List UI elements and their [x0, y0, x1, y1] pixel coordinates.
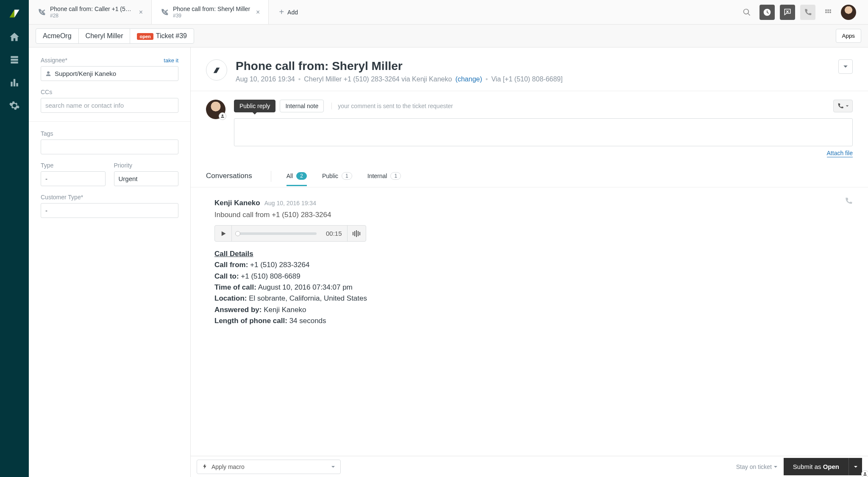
recent-icon[interactable]: [760, 5, 775, 20]
take-it-link[interactable]: take it: [164, 57, 178, 64]
call-dropdown-button[interactable]: [833, 100, 853, 112]
tab-ticket-28[interactable]: Phone call from: Caller +1 (510... #28 ×: [29, 0, 152, 24]
person-icon: [45, 71, 51, 77]
svg-marker-1: [14, 10, 19, 18]
search-icon[interactable]: [739, 5, 754, 20]
filter-public[interactable]: Public 1: [322, 172, 352, 186]
tab-subtitle: #39: [173, 13, 250, 19]
tab-strip: Phone call from: Caller +1 (510... #28 ×…: [29, 0, 868, 25]
change-requester-link[interactable]: (change): [455, 75, 482, 83]
channel-avatar-icon: [206, 59, 227, 81]
nav-rail: [0, 0, 29, 477]
ticket-via: Via [+1 (510) 808-6689]: [491, 75, 562, 83]
crumb-requester[interactable]: Cheryl Miller: [79, 29, 131, 43]
apps-grid-icon[interactable]: [821, 5, 836, 20]
event-time: Aug 10, 2016 19:34: [264, 200, 316, 206]
event-summary: Inbound call from +1 (510) 283-3264: [214, 211, 853, 219]
current-user-avatar[interactable]: [841, 5, 856, 20]
add-label: Add: [287, 9, 298, 16]
svg-marker-2: [214, 68, 217, 73]
reply-composer: Public reply Internal note your comment …: [191, 91, 868, 165]
ticket-footer: Apply macro Stay on ticket Submit as Ope…: [191, 456, 868, 477]
settings-icon[interactable]: [9, 100, 20, 111]
tab-ticket-39[interactable]: Phone call from: Sheryl Miller #39 ×: [152, 0, 269, 24]
reply-textarea[interactable]: [234, 118, 853, 146]
crumb-org[interactable]: AcmeOrg: [36, 29, 79, 43]
ticket-sidebar: Assignee* take it Support/Kenji Kaneko C…: [29, 47, 191, 477]
reply-hint: your comment is sent to the ticket reque…: [331, 103, 453, 109]
ticket-requester-meta: Cheryl Miller +1 (510) 283-3264 via Kenj…: [304, 75, 452, 83]
incoming-call-icon: [37, 8, 46, 17]
views-icon[interactable]: [9, 54, 20, 65]
apps-button[interactable]: Apps: [836, 29, 861, 43]
agent-badge-icon: [219, 112, 226, 120]
add-tab-button[interactable]: + Add: [269, 0, 308, 24]
audio-player: 00:15: [214, 225, 366, 242]
phone-icon: [844, 197, 853, 206]
conversations-dropdown[interactable]: Conversations: [206, 172, 256, 187]
priority-select[interactable]: Urgent: [114, 171, 179, 186]
tab-title: Phone call from: Caller +1 (510...: [50, 6, 133, 13]
status-badge: open: [137, 33, 153, 40]
brand-logo: [8, 8, 20, 20]
home-icon[interactable]: [9, 31, 20, 42]
ccs-label: CCs: [41, 89, 52, 95]
attach-file-link[interactable]: Attach file: [827, 150, 853, 157]
ticket-timestamp: Aug 10, 2016 19:34: [236, 75, 295, 83]
incoming-call-icon: [160, 8, 169, 17]
close-icon[interactable]: ×: [139, 8, 143, 16]
ticket-title: Phone call from: Sheryl Miller: [236, 59, 830, 73]
ticket-options-button[interactable]: [838, 59, 853, 74]
svg-marker-0: [9, 10, 14, 18]
plus-icon: +: [279, 7, 284, 17]
submit-dropdown-button[interactable]: [849, 458, 862, 475]
volume-button[interactable]: [347, 226, 366, 241]
call-details: Call Details Call from: +1 (510) 283-326…: [214, 248, 853, 326]
tags-label: Tags: [41, 130, 53, 137]
assignee-label: Assignee*: [41, 57, 67, 64]
chevron-down-icon: [331, 463, 335, 470]
apply-macro-button[interactable]: Apply macro: [197, 460, 341, 474]
ticket-header: Phone call from: Sheryl Miller Aug 10, 2…: [191, 47, 868, 91]
ticket-event: Kenji Kaneko Aug 10, 2016 19:34 Inbound …: [191, 187, 868, 360]
customer-type-select[interactable]: -: [41, 203, 178, 218]
talk-icon[interactable]: [800, 5, 815, 20]
assignee-field[interactable]: Support/Kenji Kaneko: [41, 66, 178, 81]
conversation-filters: Conversations All 2 Public 1 Internal: [191, 165, 868, 187]
event-author: Kenji Kaneko: [214, 199, 260, 207]
filter-all[interactable]: All 2: [287, 172, 307, 186]
reports-icon[interactable]: [9, 77, 20, 88]
audio-duration: 00:15: [321, 226, 347, 241]
bolt-icon: [202, 463, 207, 470]
internal-note-tab[interactable]: Internal note: [280, 100, 324, 112]
crumb-ticket[interactable]: openTicket #39: [130, 29, 194, 43]
customer-type-label: Customer Type*: [41, 194, 83, 201]
agent-avatar: [206, 100, 225, 119]
app-shell: Phone call from: Caller +1 (510... #28 ×…: [29, 0, 868, 477]
submit-button[interactable]: Submit as Open: [784, 458, 849, 475]
svg-marker-3: [217, 68, 220, 73]
public-reply-tab[interactable]: Public reply: [234, 100, 275, 112]
play-button[interactable]: [215, 226, 232, 241]
type-select[interactable]: -: [41, 171, 106, 186]
close-icon[interactable]: ×: [256, 8, 260, 16]
tab-title: Phone call from: Sheryl Miller: [173, 6, 250, 13]
ticket-main: Phone call from: Sheryl Miller Aug 10, 2…: [191, 47, 868, 477]
priority-label: Priority: [114, 162, 133, 169]
type-label: Type: [41, 162, 53, 169]
filter-internal[interactable]: Internal 1: [367, 172, 401, 186]
ccs-input[interactable]: [41, 98, 178, 113]
chat-close-icon[interactable]: [780, 5, 795, 20]
stay-on-ticket-dropdown[interactable]: Stay on ticket: [736, 463, 778, 470]
breadcrumb: AcmeOrg Cheryl Miller openTicket #39: [36, 28, 194, 44]
breadcrumb-bar: AcmeOrg Cheryl Miller openTicket #39 App…: [29, 25, 868, 47]
tags-input[interactable]: [41, 139, 178, 154]
seek-slider[interactable]: [232, 226, 321, 241]
tab-subtitle: #28: [50, 13, 133, 19]
